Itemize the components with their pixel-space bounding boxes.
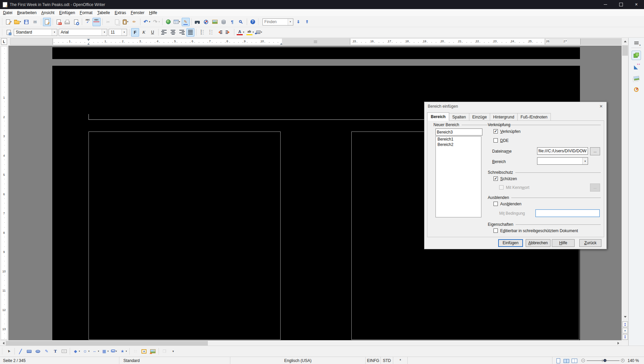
underline-button[interactable]: U <box>149 28 157 37</box>
new-document-button[interactable]: ▾ <box>5 18 13 26</box>
modified-flag-field[interactable]: * <box>393 357 408 364</box>
hyperlink-button[interactable] <box>164 18 172 26</box>
paste-dropdown-icon[interactable]: ▾ <box>127 20 128 23</box>
block-arrows-button[interactable]: ⇔▾ <box>91 347 100 356</box>
select-button[interactable]: ➤ <box>5 347 13 356</box>
stars-button[interactable]: ★▾ <box>119 347 128 356</box>
font-name-combo[interactable]: Arial▾ <box>59 29 107 36</box>
bold-button[interactable]: F <box>131 28 139 37</box>
tab-fuss-endnoten[interactable]: Fuß-/Endnoten <box>517 113 551 121</box>
font-size-combo[interactable]: 11▾ <box>109 29 127 36</box>
text-frame-left[interactable] <box>89 132 281 340</box>
filename-browse-button[interactable]: ... <box>590 147 600 155</box>
font-color-dropdown-icon[interactable]: ▾ <box>243 31 244 34</box>
menu-item-extras[interactable]: Extras <box>112 9 128 16</box>
paste-button[interactable]: ▾ <box>122 18 130 26</box>
tab-einzuege[interactable]: Einzüge <box>469 113 490 121</box>
zoom-slider[interactable]: − + <box>581 357 625 364</box>
align-right-button[interactable] <box>178 28 186 37</box>
editable-checkbox[interactable] <box>493 228 498 233</box>
maximize-icon[interactable] <box>613 0 629 9</box>
background-color-dropdown-icon[interactable]: ▾ <box>261 31 262 34</box>
next-page-button[interactable]: ▼▼ <box>622 334 628 340</box>
font-size-combo-dropdown-icon[interactable]: ▾ <box>121 29 127 36</box>
open-dropdown-icon[interactable]: ▾ <box>20 20 21 23</box>
text-button[interactable]: T <box>51 347 59 356</box>
scroll-left-icon[interactable] <box>0 341 6 346</box>
redo-dropdown-icon[interactable]: ▾ <box>159 20 160 23</box>
menu-item-fenster[interactable]: Fenster <box>128 9 147 16</box>
sidebar-menu-button[interactable]: ▼ <box>633 41 639 46</box>
callouts-dropdown-icon[interactable]: ▾ <box>116 350 117 353</box>
text-callout-button[interactable] <box>60 347 68 356</box>
edit-file-button[interactable] <box>43 18 51 26</box>
undo-button[interactable]: ↶▾ <box>142 18 151 26</box>
fontwork-gallery-button[interactable] <box>140 347 148 356</box>
font-name-combo-dropdown-icon[interactable]: ▾ <box>102 29 107 36</box>
horizontal-scroll-thumb[interactable] <box>6 341 208 346</box>
zoom-in-icon[interactable]: + <box>621 359 625 362</box>
ellipse-button[interactable] <box>34 347 42 356</box>
find-next-button[interactable]: ⇓ <box>294 18 302 26</box>
book-view-icon[interactable] <box>571 358 577 363</box>
zoom-slider-thumb[interactable] <box>603 359 606 362</box>
find-previous-button[interactable]: ⇑ <box>303 18 311 26</box>
tab-hintergrund[interactable]: Hintergrund <box>490 113 518 121</box>
draw-functions-button[interactable]: ✎ <box>182 18 190 26</box>
flowchart-button[interactable]: ▦▾ <box>101 347 110 356</box>
freeform-line-button[interactable]: ✎ <box>43 347 51 356</box>
navigation-button[interactable]: ● <box>622 328 628 333</box>
table-button[interactable]: ▾ <box>173 18 181 26</box>
cancel-button[interactable]: Abbrechen <box>526 239 550 247</box>
highlighting-dropdown-icon[interactable]: ▾ <box>253 31 254 34</box>
sidebar-item-properties[interactable] <box>632 51 641 60</box>
font-color-button[interactable]: A▾ <box>236 28 245 37</box>
numbered-list-button[interactable] <box>198 28 206 37</box>
styles-window-button[interactable] <box>5 28 13 37</box>
basic-shapes-button[interactable]: ◆▾ <box>72 347 81 356</box>
dialog-close-icon[interactable]: ✕ <box>598 103 604 110</box>
menu-item-bearbeiten[interactable]: Bearbeiten <box>15 9 39 16</box>
callouts-button[interactable]: ▾ <box>110 347 118 356</box>
section-list[interactable]: Bereich1Bereich2 <box>435 136 481 217</box>
navigator-button[interactable] <box>202 18 210 26</box>
tab-bereich[interactable]: Bereich <box>427 112 449 121</box>
auto-spellcheck-button[interactable] <box>93 18 101 26</box>
language-field[interactable]: Englisch (USA) <box>230 357 366 364</box>
multi-page-view-icon[interactable] <box>563 358 569 363</box>
zoom-button[interactable] <box>237 18 245 26</box>
minimize-icon[interactable] <box>598 0 613 9</box>
zoom-value-field[interactable]: 140 % <box>626 357 644 364</box>
page-number-field[interactable]: Seite 2 / 345 <box>0 357 119 364</box>
rectangle-button[interactable] <box>25 347 33 356</box>
page-1-bottom[interactable] <box>52 47 580 59</box>
symbol-shapes-dropdown-icon[interactable]: ▾ <box>89 350 90 353</box>
background-color-button[interactable]: ▾ <box>255 28 263 37</box>
paragraph-style-combo[interactable]: Standard▾ <box>14 29 57 36</box>
menu-item-ansicht[interactable]: Ansicht <box>39 9 57 16</box>
link-checkbox[interactable] <box>493 129 498 134</box>
previous-page-button[interactable]: ▲▲ <box>622 321 628 327</box>
back-button[interactable]: Zurück <box>579 239 601 247</box>
data-sources-button[interactable] <box>220 18 228 26</box>
page-preview-button[interactable] <box>72 18 80 26</box>
find-dropdown-icon[interactable]: ▾ <box>288 19 293 25</box>
insert-mode-field[interactable]: EINFG <box>366 357 381 364</box>
section-list-item[interactable]: Bereich2 <box>436 142 481 147</box>
vertical-scroll-thumb[interactable] <box>622 45 628 56</box>
hide-checkbox[interactable] <box>493 202 498 206</box>
menu-item-einfuegen[interactable]: Einfügen <box>57 9 77 16</box>
undo-dropdown-icon[interactable]: ▾ <box>149 20 151 23</box>
spellcheck-button[interactable] <box>84 18 92 26</box>
align-center-button[interactable] <box>169 28 177 37</box>
decrease-indent-button[interactable] <box>216 28 224 37</box>
help-button[interactable] <box>249 18 257 26</box>
page-style-field[interactable]: Standard <box>119 357 230 364</box>
column-grip-icon[interactable] <box>314 41 317 43</box>
increase-indent-button[interactable] <box>224 28 232 37</box>
stars-dropdown-icon[interactable]: ▾ <box>126 350 127 353</box>
horizontal-ruler[interactable]: 11234567891015161718192021222324252627 <box>10 38 622 45</box>
block-arrows-dropdown-icon[interactable]: ▾ <box>98 350 99 353</box>
italic-button[interactable]: K <box>140 28 148 37</box>
vertical-scrollbar[interactable]: ▲▲ ● ▼▼ <box>622 38 628 340</box>
